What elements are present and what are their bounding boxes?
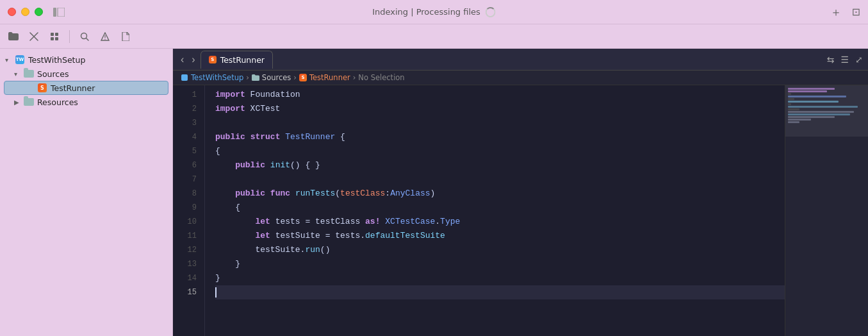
chevron-down-icon: ▾ [5,56,14,63]
split-view-icon[interactable]: ⊡ [852,6,860,18]
mini-line [788,119,811,121]
titlebar-right-controls: ＋ ⊡ [830,4,860,20]
project-icon: TW [14,55,26,64]
code-line-10: let tests = testClass as! XCTestCase.Typ… [215,215,785,229]
code-line-1: import Foundation [215,88,785,102]
line-num-10: 10 [173,215,197,229]
sidebar-toggle-icon[interactable] [53,6,69,18]
line-num-4: 4 [173,130,197,144]
code-line-2: import XCTest [215,102,785,116]
toolbar [0,24,868,49]
project-breadcrumb-icon [181,74,188,81]
titlebar: Indexing | Processing files ＋ ⊡ [0,0,868,24]
line-num-9: 9 [173,201,197,215]
maximize-button[interactable] [35,8,43,16]
editor-area: ‹ › S TestRunner ⇆ ☰ ⤢ TestWithSetup › [173,49,868,336]
code-line-7 [215,172,785,187]
breadcrumb-file[interactable]: TestRunner [309,73,350,82]
close-x-icon[interactable] [28,31,40,42]
code-line-13: } [215,257,785,271]
doc-icon[interactable] [120,31,131,42]
breadcrumb-sep-3: › [353,73,356,82]
traffic-lights [8,6,69,18]
tab-bar: ‹ › S TestRunner ⇆ ☰ ⤢ [173,49,868,71]
breadcrumb-sources[interactable]: Sources [262,73,291,82]
line-num-7: 7 [173,172,197,187]
editor-split-icon[interactable]: ⇆ [827,55,835,65]
swift-file-icon: S [37,83,48,92]
folder-icon[interactable] [8,31,19,42]
chevron-down-icon: ▾ [14,71,23,78]
sidebar-item-resources[interactable]: ▶ Resources [0,95,172,109]
svg-rect-2 [51,33,54,36]
svg-rect-3 [55,33,58,36]
warning-icon[interactable] [99,31,111,42]
sidebar: ▾ TW TestWithSetup ▾ Sources S T [0,49,173,336]
line-num-15: 15 [173,285,197,299]
chevron-right-icon: ▶ [14,99,23,106]
mini-line [788,98,794,100]
editor-fullscreen-icon[interactable]: ⤢ [855,55,863,65]
line-num-14: 14 [173,271,197,285]
forward-button[interactable]: › [189,55,197,65]
minimap [785,85,868,336]
back-button[interactable]: ‹ [178,55,186,65]
folder-icon [23,69,35,78]
code-line-6: public init() { } [215,158,785,172]
code-content[interactable]: import Foundation import XCTest public s… [205,85,785,336]
code-line-12: testSuite.run() [215,243,785,257]
swift-breadcrumb-icon: S [299,74,307,81]
svg-point-9 [104,38,105,39]
breadcrumb-selection[interactable]: No Selection [358,73,404,82]
code-line-8: public func runTests(testClass:AnyClass) [215,187,785,201]
add-icon[interactable]: ＋ [830,4,842,20]
sidebar-item-sources[interactable]: ▾ Sources [0,67,172,81]
window-title-area: Indexing | Processing files [372,7,496,17]
code-line-15 [215,285,785,299]
breadcrumb-sep-1: › [246,73,249,82]
line-num-5: 5 [173,144,197,158]
window-title: Indexing | Processing files [372,7,480,17]
editor-main: 1 2 3 4 5 6 7 8 9 10 11 12 13 14 [173,85,868,336]
line-num-13: 13 [173,257,197,271]
line-num-12: 12 [173,243,197,257]
grid-icon[interactable] [49,31,60,42]
editor-list-icon[interactable]: ☰ [840,55,849,65]
sidebar-item-testwithsetup[interactable]: ▾ TW TestWithSetup [0,53,172,67]
breadcrumb-sep-2: › [293,73,297,82]
app-body: ▾ TW TestWithSetup ▾ Sources S T [0,24,868,336]
line-num-3: 3 [173,116,197,130]
code-line-9: { [215,201,785,215]
mini-line [788,96,846,97]
line-num-8: 8 [173,187,197,201]
code-line-3 [215,116,785,130]
code-editor[interactable]: 1 2 3 4 5 6 7 8 9 10 11 12 13 14 [173,85,785,336]
sidebar-item-label: TestWithSetup [28,55,85,65]
folder-breadcrumb-icon [252,74,259,81]
mini-line [788,108,799,110]
mini-line [788,113,850,115]
svg-rect-10 [181,74,188,81]
sidebar-item-label: Sources [37,69,69,79]
breadcrumb-project[interactable]: TestWithSetup [191,73,243,82]
tab-testrunner[interactable]: S TestRunner [201,51,273,69]
mini-line [788,101,839,103]
swift-tab-icon: S [209,56,217,63]
svg-rect-1 [58,8,65,17]
minimize-button[interactable] [21,8,29,16]
sidebar-item-testrunner[interactable]: S TestRunner [4,81,168,95]
mini-line [788,103,791,105]
mini-line [788,88,835,90]
sidebar-item-label: Resources [37,97,78,107]
code-line-4: public struct TestRunner { [215,130,785,144]
tab-label: TestRunner [220,55,265,65]
line-num-11: 11 [173,229,197,243]
tab-right-controls: ⇆ ☰ ⤢ [827,55,863,65]
text-cursor [215,287,217,298]
line-num-2: 2 [173,102,197,116]
line-numbers: 1 2 3 4 5 6 7 8 9 10 11 12 13 14 [173,85,205,336]
search-icon[interactable] [79,31,90,42]
main-content: ▾ TW TestWithSetup ▾ Sources S T [0,49,868,336]
close-button[interactable] [8,8,16,16]
loading-spinner [486,7,496,17]
